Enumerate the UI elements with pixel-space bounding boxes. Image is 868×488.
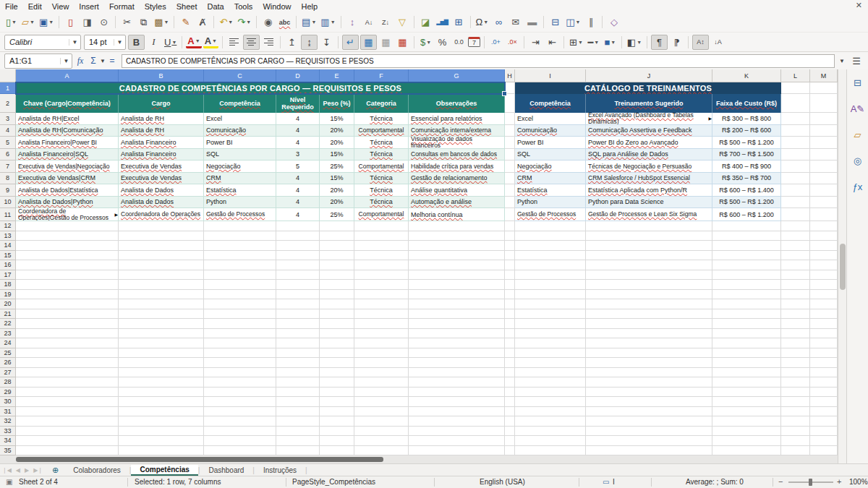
grid-cell[interactable] <box>505 251 515 261</box>
catalogo-cell[interactable]: R$ 500 – R$ 1.200 <box>712 137 781 149</box>
grid-cell[interactable] <box>505 397 515 407</box>
grid-cell[interactable] <box>515 260 586 270</box>
grid-cell[interactable] <box>810 241 838 251</box>
competencias-cell[interactable]: Comportamental <box>354 160 409 173</box>
grid-cell[interactable] <box>119 427 204 437</box>
grid-cell[interactable] <box>16 231 119 241</box>
menu-data[interactable]: Data <box>202 1 229 12</box>
background-color-icon[interactable]: ■▼ <box>603 35 618 49</box>
grid-cell[interactable] <box>276 348 320 359</box>
column-header-F[interactable]: F <box>354 69 409 82</box>
grid-cell[interactable] <box>781 184 810 197</box>
row-header-30[interactable]: 30 <box>0 397 16 407</box>
grid-cell[interactable] <box>276 270 320 281</box>
competencias-title[interactable]: CADASTRO DE COMPETÊNCIAS POR CARGO — REQ… <box>16 82 505 94</box>
grid-cell[interactable] <box>204 407 276 417</box>
grid-cell[interactable] <box>16 436 119 446</box>
menu-tools[interactable]: Tools <box>229 1 258 12</box>
grid-cell[interactable] <box>354 377 409 388</box>
grid-cell[interactable] <box>515 251 586 261</box>
sheet-tab-colaboradores[interactable]: Colaboradores <box>64 466 129 475</box>
grid-cell[interactable] <box>505 388 515 398</box>
grid-cell[interactable] <box>119 329 204 339</box>
grid-cell[interactable] <box>320 231 354 241</box>
function-wizard-icon[interactable]: fx <box>74 56 87 67</box>
grid-cell[interactable] <box>204 427 276 437</box>
grid-cell[interactable] <box>354 348 409 359</box>
grid-cell[interactable] <box>119 231 204 241</box>
grid-cell[interactable] <box>354 407 409 417</box>
catalogo-cell[interactable]: R$ 600 – R$ 1.400 <box>712 184 781 197</box>
open-icon[interactable]: ▱▼ <box>20 15 36 29</box>
grid-cell[interactable] <box>204 368 276 378</box>
catalogo-header-2[interactable]: Treinamento Sugerido <box>586 94 712 113</box>
highlighting-color-icon[interactable]: A▼ <box>203 36 218 48</box>
grid-cell[interactable] <box>586 358 712 368</box>
grid-cell[interactable] <box>505 260 515 270</box>
grid-cell[interactable] <box>276 407 320 417</box>
competencias-cell[interactable]: 15% <box>320 173 354 185</box>
grid-cell[interactable] <box>505 221 515 231</box>
font-size-combo[interactable]: 14 pt ▼ <box>84 35 126 50</box>
last-sheet-icon[interactable]: ▶❘ <box>31 467 45 474</box>
grid-cell[interactable] <box>586 427 712 437</box>
center-vertically-icon[interactable]: ↨ <box>301 35 318 50</box>
grid-cell[interactable] <box>712 221 781 231</box>
grid-cell[interactable] <box>409 348 505 359</box>
competencias-cell[interactable]: Comportamental <box>354 208 409 221</box>
grid-cell[interactable] <box>204 436 276 446</box>
grid-cell[interactable] <box>204 221 276 231</box>
grid-cell[interactable] <box>586 241 712 251</box>
grid-cell[interactable] <box>276 231 320 241</box>
column-header-I[interactable]: I <box>515 69 586 82</box>
competencias-cell[interactable]: Estatística <box>204 184 276 197</box>
grid-cell[interactable] <box>16 397 119 407</box>
competencias-cell[interactable]: 25% <box>320 208 354 221</box>
grid-cell[interactable] <box>354 358 409 368</box>
competencias-cell[interactable]: Power BI <box>204 137 276 149</box>
special-character-icon[interactable]: Ω▼ <box>475 15 490 29</box>
wrap-text-icon[interactable]: ↵ <box>342 35 359 50</box>
grid-cell[interactable] <box>505 173 515 185</box>
grid-cell[interactable] <box>320 436 354 446</box>
competencias-header-2[interactable]: Cargo <box>119 94 204 113</box>
properties-icon[interactable]: ⊟ <box>851 75 865 90</box>
grid-cell[interactable] <box>409 251 505 261</box>
grid-cell[interactable] <box>16 427 119 437</box>
print-area-icon[interactable]: ⊟ <box>548 15 563 29</box>
competencias-cell[interactable]: Habilidade crítica para vendas <box>409 160 505 173</box>
grid-cell[interactable] <box>409 368 505 378</box>
zoom-slider[interactable] <box>788 481 833 483</box>
competencias-cell[interactable]: 4 <box>276 173 320 185</box>
competencias-cell[interactable]: Analista de Dados|Estatística <box>16 184 119 197</box>
catalogo-cell[interactable]: R$ 500 – R$ 1.200 <box>712 197 781 209</box>
grid-cell[interactable] <box>505 309 515 320</box>
competencias-cell[interactable]: 15% <box>320 113 354 125</box>
pivot-table-icon[interactable]: ⊞ <box>451 15 467 29</box>
grid-cell[interactable] <box>276 368 320 378</box>
competencias-cell[interactable]: Técnica <box>354 173 409 185</box>
competencias-cell[interactable]: Técnica <box>354 149 409 161</box>
grid-cell[interactable] <box>409 446 505 456</box>
competencias-cell[interactable]: Coordenadora de Operações|Gestão de Proc… <box>16 208 119 221</box>
grid-cell[interactable] <box>204 241 276 251</box>
grid-cell[interactable] <box>276 299 320 309</box>
grid-cell[interactable] <box>276 251 320 261</box>
expand-formula-bar-icon[interactable]: ▼ <box>836 58 848 64</box>
grid-cell[interactable] <box>781 436 810 446</box>
grid-cell[interactable] <box>586 377 712 388</box>
competencias-cell[interactable]: CRM <box>204 173 276 185</box>
decrease-indent-icon[interactable]: ⇤ <box>545 35 560 49</box>
grid-cell[interactable] <box>712 338 781 348</box>
styles-icon[interactable]: A✎ <box>851 101 865 116</box>
grid-cell[interactable] <box>409 221 505 231</box>
grid-cell[interactable] <box>16 241 119 251</box>
spelling-icon[interactable]: abc <box>277 15 292 29</box>
menu-insert[interactable]: Insert <box>74 1 104 12</box>
grid-cell[interactable] <box>276 241 320 251</box>
catalogo-cell[interactable]: Estatística <box>515 184 586 197</box>
grid-cell[interactable] <box>810 208 838 221</box>
sort-descending-icon[interactable]: Z↓ <box>378 15 393 29</box>
find-replace-icon[interactable]: ◉ <box>260 15 276 29</box>
column-header-E[interactable]: E <box>320 69 354 82</box>
